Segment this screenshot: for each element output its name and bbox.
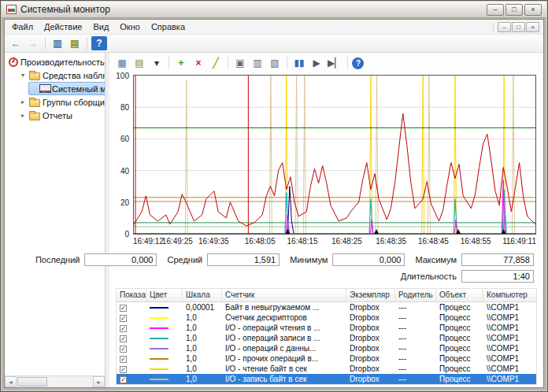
help-icon[interactable]: ?: [352, 57, 364, 69]
color-swatch-icon: [150, 338, 168, 339]
forward-icon[interactable]: →: [25, 36, 41, 50]
minimize-button[interactable]: –: [487, 4, 504, 16]
menu-file[interactable]: Файл: [6, 20, 39, 33]
series-processor-time: [134, 113, 535, 226]
toolbar-separator: [168, 57, 169, 69]
x-axis-label: 16:48:25: [331, 237, 362, 246]
stat-minimum: Минимум0,000: [290, 253, 405, 266]
legend-column-header[interactable]: Шкала: [183, 289, 222, 301]
checkbox-icon[interactable]: ✓: [120, 335, 127, 342]
menu-action[interactable]: Действие: [39, 20, 87, 33]
stats-row-duration: Длительность 1:40: [401, 270, 534, 283]
checkbox-icon[interactable]: ✓: [120, 346, 127, 353]
checkbox-icon[interactable]: ✓: [120, 325, 127, 332]
legend-row[interactable]: ✓1,0I/O - прочих операций в...Dropbox---…: [117, 353, 536, 364]
stat-value-last: 0,000: [84, 253, 157, 266]
legend-column-header[interactable]: Счетчик: [222, 289, 346, 301]
log-source-icon[interactable]: ▤: [131, 56, 147, 71]
instance-cell: Dropbox: [346, 374, 395, 384]
legend-column-header[interactable]: Показа...: [117, 289, 146, 301]
unfreeze-display-icon[interactable]: ▶: [309, 56, 324, 71]
color-swatch-icon: [150, 348, 168, 349]
scroll-left-icon[interactable]: ◄: [5, 376, 17, 387]
legend-column-header[interactable]: Объект: [436, 289, 483, 301]
tree-item-monitoring-tools[interactable]: ▾Средства наблюдения: [18, 68, 105, 82]
tree-item-performance-root[interactable]: Производительность: [8, 55, 105, 68]
properties-icon[interactable]: ▧: [267, 56, 283, 71]
color-cell: [146, 323, 183, 333]
parent-cell: ---: [395, 374, 436, 384]
highlight-icon[interactable]: ╱: [208, 56, 224, 71]
help-icon[interactable]: ?: [91, 36, 107, 50]
chart-plot[interactable]: [133, 75, 536, 235]
menu-window[interactable]: Окно: [114, 20, 146, 33]
checkbox-icon[interactable]: ✓: [120, 356, 127, 363]
legend-column-header[interactable]: Родитель: [395, 289, 436, 301]
legend-row[interactable]: ✓1,0I/O - операций чтения в ...Dropbox--…: [117, 323, 536, 333]
folder-icon: [29, 72, 40, 80]
tree-item-label: Отчеты: [43, 111, 72, 120]
legend-row[interactable]: ✓1,0Счетчик дескрипторовDropbox---Процес…: [117, 312, 536, 323]
child-close-button[interactable]: ×: [526, 22, 539, 32]
scrollbar-thumb[interactable]: [17, 377, 47, 386]
tree-item-data-collector-sets[interactable]: ▸Группы сборщиков данных: [18, 95, 105, 109]
add-counter-icon[interactable]: +: [173, 56, 189, 71]
computer-cell: \\COMP1: [483, 374, 537, 384]
x-axis-label: 16:48:15: [287, 237, 318, 246]
freeze-display-icon[interactable]: ▮▮: [291, 56, 307, 71]
copy-properties-icon[interactable]: ▣: [232, 56, 248, 71]
checkbox-icon[interactable]: ✓: [120, 315, 127, 322]
checkbox-icon[interactable]: ✓: [120, 305, 127, 312]
export-list-icon[interactable]: ▤: [67, 36, 83, 50]
color-swatch-icon: [150, 327, 168, 329]
tree-item-system-monitor[interactable]: Системный монитор: [28, 82, 105, 95]
color-cell: [146, 333, 183, 343]
delete-counter-icon[interactable]: ×: [191, 56, 206, 71]
color-cell: [146, 302, 183, 312]
perfmon-toolbar: ▦▤▾+×╱▣▥▧▮▮▶▶▏?: [109, 53, 543, 73]
object-cell: Процесс: [436, 374, 483, 384]
menu-help[interactable]: Справка: [146, 20, 191, 33]
child-restore-button[interactable]: □: [512, 22, 525, 32]
scale-cell: 1,0: [183, 374, 222, 384]
legend-row[interactable]: ✓0,00001Байт в невыгружаемом ...Dropbox-…: [117, 302, 536, 312]
stats-row-values: Последний0,000Средний1,591Минимум0,000Ма…: [35, 253, 534, 266]
tree-item-reports[interactable]: ▸Отчеты: [18, 109, 77, 122]
computer-cell: \\COMP1: [483, 302, 537, 312]
graph-type-dropdown-icon[interactable]: ▾: [149, 56, 165, 71]
expander-icon[interactable]: ▸: [19, 98, 27, 105]
back-icon[interactable]: ←: [8, 36, 24, 50]
stat-average: Средний1,591: [167, 253, 280, 266]
update-data-icon[interactable]: ▶▏: [326, 56, 343, 71]
legend-row[interactable]: ✓1,0I/O - операций записи в ...Dropbox--…: [117, 333, 536, 343]
parent-cell: ---: [395, 302, 436, 312]
folder-icon: [29, 99, 40, 107]
object-cell: Процесс: [436, 343, 483, 353]
app-icon: [6, 5, 17, 14]
paste-counter-list-icon[interactable]: ▥: [250, 56, 265, 71]
chart-type-icon[interactable]: ▦: [114, 56, 130, 71]
console-tree-icon[interactable]: ▥: [50, 36, 65, 50]
expander-icon[interactable]: ▸: [19, 112, 27, 119]
close-button[interactable]: ×: [524, 4, 542, 16]
legend-column-header[interactable]: Экземпляр: [346, 289, 395, 301]
legend-row[interactable]: ✓1,0I/O - операций с данны...Dropbox---П…: [117, 343, 536, 353]
child-minimize-button[interactable]: –: [498, 22, 511, 32]
legend-row[interactable]: ✓1,0I/O - чтение байт в секDropbox---Про…: [117, 364, 536, 374]
legend-column-header[interactable]: Компьютер: [483, 289, 537, 301]
menu-view[interactable]: Вид: [87, 20, 114, 33]
scale-cell: 1,0: [183, 364, 222, 374]
scroll-right-icon[interactable]: ►: [93, 376, 105, 387]
legend-row[interactable]: ✓1,0I/O - запись байт в секDropbox---Про…: [117, 374, 536, 384]
checkbox-icon[interactable]: ✓: [120, 376, 127, 383]
x-axis-label: 16:48:55: [461, 237, 491, 246]
show-cell: ✓: [117, 323, 146, 333]
titlebar[interactable]: Системный монитор – □ ×: [2, 2, 546, 18]
maximize-button[interactable]: □: [505, 4, 523, 16]
parent-cell: ---: [395, 343, 436, 353]
expander-icon[interactable]: ▾: [19, 72, 27, 79]
checkbox-icon[interactable]: ✓: [120, 366, 127, 373]
legend-column-header[interactable]: Цвет: [146, 289, 183, 301]
tree-hscrollbar[interactable]: ◄ ►: [5, 375, 105, 387]
object-cell: Процесс: [436, 323, 483, 333]
